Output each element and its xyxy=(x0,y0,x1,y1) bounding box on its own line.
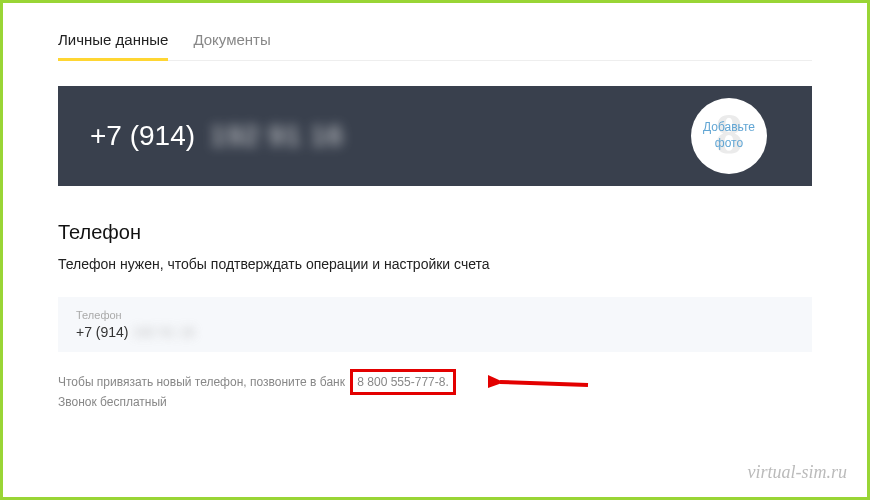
profile-hero: +7 (914) 192 91 16 8 Добавьте фото xyxy=(58,86,812,186)
phone-field-value: +7 (914) 192 91 16 xyxy=(76,324,794,340)
tab-personal-data[interactable]: Личные данные xyxy=(58,23,168,60)
callout-arrow-icon xyxy=(488,370,598,400)
hint-before: Чтобы привязать новый телефон, позвоните… xyxy=(58,372,345,392)
highlighted-phone-number: 8 800 555-777-8. xyxy=(350,369,455,395)
svg-line-1 xyxy=(500,382,588,385)
add-photo-button[interactable]: 8 Добавьте фото xyxy=(691,98,767,174)
hero-phone-prefix: +7 (914) xyxy=(90,120,195,152)
hint-text: Чтобы привязать новый телефон, позвоните… xyxy=(58,372,812,413)
phone-field[interactable]: Телефон +7 (914) 192 91 16 xyxy=(58,297,812,352)
avatar-text-line2: фото xyxy=(715,136,743,152)
section-description: Телефон нужен, чтобы подтверждать операц… xyxy=(58,256,812,272)
tabs: Личные данные Документы xyxy=(58,23,812,61)
section-title: Телефон xyxy=(58,221,812,244)
phone-section: Телефон Телефон нужен, чтобы подтверждат… xyxy=(58,221,812,413)
tab-documents[interactable]: Документы xyxy=(193,23,270,60)
hero-phone-masked: 192 91 16 xyxy=(210,120,344,152)
phone-value-prefix: +7 (914) xyxy=(76,324,129,340)
phone-field-label: Телефон xyxy=(76,309,794,321)
phone-value-masked: 192 91 16 xyxy=(133,324,195,340)
hint-line2: Звонок бесплатный xyxy=(58,392,812,412)
avatar-text-line1: Добавьте xyxy=(703,120,755,136)
watermark: virtual-sim.ru xyxy=(747,462,847,483)
hero-phone-number: +7 (914) 192 91 16 xyxy=(90,120,344,152)
